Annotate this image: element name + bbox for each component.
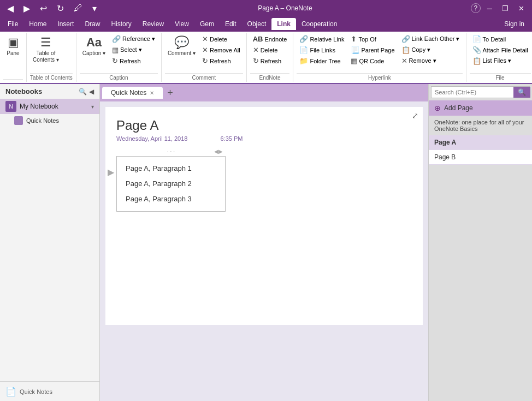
sidebar: Notebooks 🔍 ◀ N My Notebook ▾ Quick Note… [0,84,100,401]
refresh-caption-button[interactable]: ↻ Refresh [109,56,158,66]
back-button[interactable]: ◀ [4,2,16,15]
undo-button[interactable]: ↩ [37,2,50,15]
ribbon-group-endnote: AB Endnote ✕ Delete ↻ Refresh EndNote [247,33,294,82]
sidebar-footer: 📄 Quick Notes [0,381,99,401]
link-each-other-button[interactable]: 🔗 Link Each Other ▾ [399,34,463,44]
title-text: Page A – OneNote [258,4,312,12]
paragraph-1[interactable]: Page A, Paragraph 1 [123,161,218,176]
menu-draw[interactable]: Draw [79,18,105,30]
add-tab-button[interactable]: + [163,87,178,99]
remove-button[interactable]: ✕ Remove ▾ [399,56,463,66]
toc-icon: ☰ [40,35,51,50]
attach-file-detail-button[interactable]: 📎 Attach File Detail [470,45,531,55]
reference-icon: 🔗 [112,35,121,43]
pane-button[interactable]: ▣ Pane [3,34,23,58]
add-page-button[interactable]: ⊕ Add Page [429,100,532,116]
help-button[interactable]: ? [471,3,481,13]
relative-link-button[interactable]: 🔗 Relative Link [297,34,347,44]
delete-endnote-button[interactable]: ✕ Delete [250,45,290,55]
quick-notes-sidebar-item[interactable]: Quick Notes [0,114,99,127]
paragraph-2[interactable]: Page A, Paragraph 2 [123,176,218,191]
menu-view[interactable]: View [169,18,194,30]
ribbon-group-caption: Aa Caption ▾ 🔗 Reference ▾ ▦ Select ▾ ↻ … [76,33,162,82]
select-label: Select ▾ [120,46,142,53]
menu-edit[interactable]: Edit [220,18,242,30]
file-links-button[interactable]: 📄 File Links [297,45,347,55]
my-notebook-item[interactable]: N My Notebook ▾ [0,99,99,114]
top-of-button[interactable]: ⬆ Top Of [348,34,397,44]
sidebar-search-button[interactable]: 🔍 [79,88,87,95]
to-detail-button[interactable]: 📄 To Detail [470,34,531,44]
close-button[interactable]: ✕ [515,3,528,14]
notebook-icon: N [5,101,16,112]
menu-bar: File Home Insert Draw History Review Vie… [0,16,532,32]
page-meta: Wednesday, April 11, 2018 6:35 PM [116,135,412,142]
parent-page-button[interactable]: 📃 Parent Page [348,45,397,55]
list-files-label: List Files ▾ [483,57,511,64]
right-panel: 🔍 ⊕ Add Page OneNote: one place for all … [428,84,532,401]
list-files-button[interactable]: 📋 List Files ▾ [470,56,531,66]
forward-button[interactable]: ▶ [21,2,33,15]
page-list-item-page-a[interactable]: Page A [429,135,532,150]
refresh-endnote-label: Refresh [261,58,282,64]
menu-gem[interactable]: Gem [194,18,220,30]
sidebar-collapse-button[interactable]: ◀ [89,88,94,95]
menu-history[interactable]: History [105,18,137,30]
comment-group-label: Comment [165,73,243,82]
endnote-button[interactable]: AB Endnote [250,34,290,44]
caption-button[interactable]: Aa Caption ▾ [80,34,108,58]
quick-notes-tab[interactable]: Quick Notes ✕ [102,87,163,99]
menu-link[interactable]: Link [271,18,296,30]
refresh-endnote-button[interactable]: ↻ Refresh [250,56,290,66]
qr-code-button[interactable]: ▦ QR Code [348,56,397,66]
sign-in-button[interactable]: Sign in [499,18,530,30]
restore-button[interactable]: ❐ [499,3,512,14]
search-box: 🔍 [431,86,530,98]
pen-button[interactable]: 🖊 [71,2,85,14]
menu-object[interactable]: Object [242,18,272,30]
menu-home[interactable]: Home [23,18,52,30]
delete-comment-icon: ✕ [202,35,208,43]
relative-link-label: Relative Link [310,36,344,43]
attach-file-detail-icon: 📎 [472,46,481,54]
menu-cooperation[interactable]: Cooperation [296,18,342,30]
toc-button[interactable]: ☰ Table ofContents ▾ [30,34,62,65]
refresh-comment-button[interactable]: ↻ Refresh [199,56,243,66]
ribbon-group-file: 📄 To Detail 📎 Attach File Detail 📋 List … [466,33,533,82]
reference-button[interactable]: 🔗 Reference ▾ [109,34,158,44]
para-1-text: Page A, Paragraph 1 [126,164,192,172]
refresh-caption-icon: ↻ [112,57,118,65]
menu-review[interactable]: Review [137,18,169,30]
page-content: ⤢ Page A Wednesday, April 11, 2018 6:35 … [100,101,428,401]
folder-tree-button[interactable]: 📁 Folder Tree [297,56,347,66]
parent-page-label: Parent Page [361,47,394,53]
menu-file[interactable]: File [2,18,23,30]
block-drag-dots: · · · [167,148,175,154]
toc-group-label: Table of Contents [30,73,73,82]
file-group-label: File [470,73,531,82]
quick-access-dropdown[interactable]: ▾ [90,2,99,15]
search-input[interactable] [431,87,513,97]
remove-all-button[interactable]: ✕ Remove All [199,45,243,55]
paragraph-3[interactable]: Page A, Paragraph 3 [123,191,218,207]
endnote-icon: AB [253,35,263,43]
minimize-button[interactable]: ─ [484,3,495,14]
to-detail-icon: 📄 [472,35,481,43]
delete-comment-button[interactable]: ✕ Delete [199,34,243,44]
redo-button[interactable]: ↻ [54,2,67,15]
remove-label: Remove ▾ [409,57,436,64]
copy-button[interactable]: 📋 Copy ▾ [399,45,463,55]
remove-icon: ✕ [401,57,407,65]
menu-insert[interactable]: Insert [52,18,79,30]
tab-close-icon[interactable]: ✕ [150,90,154,96]
page-expand-button[interactable]: ⤢ [412,111,418,120]
pane-label: Pane [7,50,19,57]
title-bar-right: ? ─ ❐ ✕ [471,3,528,14]
select-button[interactable]: ▦ Select ▾ [109,45,158,55]
comment-button[interactable]: 💬 Comment ▾ [165,34,198,58]
block-arrows: ◀▶ [214,148,223,154]
link-each-other-icon: 🔗 [401,35,410,43]
page-inner: ⤢ Page A Wednesday, April 11, 2018 6:35 … [105,107,423,325]
search-button[interactable]: 🔍 [513,87,530,98]
page-list-item-page-b[interactable]: Page B [429,150,532,165]
